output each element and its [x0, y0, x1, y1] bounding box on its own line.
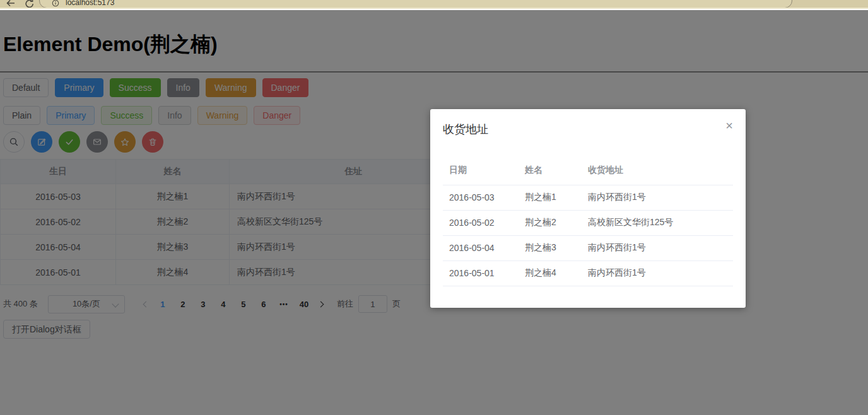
dialog-cell-date: 2016-05-02	[443, 210, 519, 235]
dialog-table-row: 2016-05-04 荆之楠3 南内环西街1号	[443, 235, 733, 260]
dialog-table-row: 2016-05-02 荆之楠2 高校新区文华街125号	[443, 210, 733, 235]
close-icon[interactable]: ×	[725, 119, 733, 132]
browser-toolbar: localhost:5173	[0, 0, 868, 9]
address-bar[interactable]: localhost:5173	[39, 0, 792, 8]
dialog-cell-date: 2016-05-01	[443, 260, 519, 286]
dialog-cell-date: 2016-05-04	[443, 235, 519, 260]
dialog-cell-name: 荆之楠2	[519, 210, 582, 235]
dialog-column-address: 收货地址	[582, 156, 733, 185]
dialog-column-name: 姓名	[519, 156, 582, 185]
dialog: 收货地址 × 日期 姓名 收货地址 2016-05-03 荆之楠1 南内环西街1…	[430, 109, 746, 308]
dialog-cell-address: 南内环西街1号	[582, 260, 733, 286]
reload-icon[interactable]	[24, 0, 35, 9]
url-text: localhost:5173	[66, 0, 114, 7]
site-info-icon[interactable]	[51, 0, 60, 8]
dialog-table-row: 2016-05-01 荆之楠4 南内环西街1号	[443, 260, 733, 286]
dialog-cell-address: 南内环西街1号	[582, 185, 733, 210]
dialog-header: 收货地址 ×	[430, 109, 746, 143]
dialog-table-row: 2016-05-03 荆之楠1 南内环西街1号	[443, 185, 733, 210]
dialog-body: 日期 姓名 收货地址 2016-05-03 荆之楠1 南内环西街1号 2016-…	[430, 143, 746, 305]
dialog-cell-name: 荆之楠1	[519, 185, 582, 210]
dialog-cell-date: 2016-05-03	[443, 185, 519, 210]
dialog-table: 日期 姓名 收货地址 2016-05-03 荆之楠1 南内环西街1号 2016-…	[443, 156, 733, 286]
back-icon[interactable]	[5, 0, 16, 9]
dialog-cell-name: 荆之楠4	[519, 260, 582, 286]
dialog-column-date: 日期	[443, 156, 519, 185]
dialog-cell-name: 荆之楠3	[519, 235, 582, 260]
dialog-title: 收货地址	[443, 123, 488, 136]
dialog-cell-address: 高校新区文华街125号	[582, 210, 733, 235]
dialog-cell-address: 南内环西街1号	[582, 235, 733, 260]
dialog-table-header-row: 日期 姓名 收货地址	[443, 156, 733, 185]
